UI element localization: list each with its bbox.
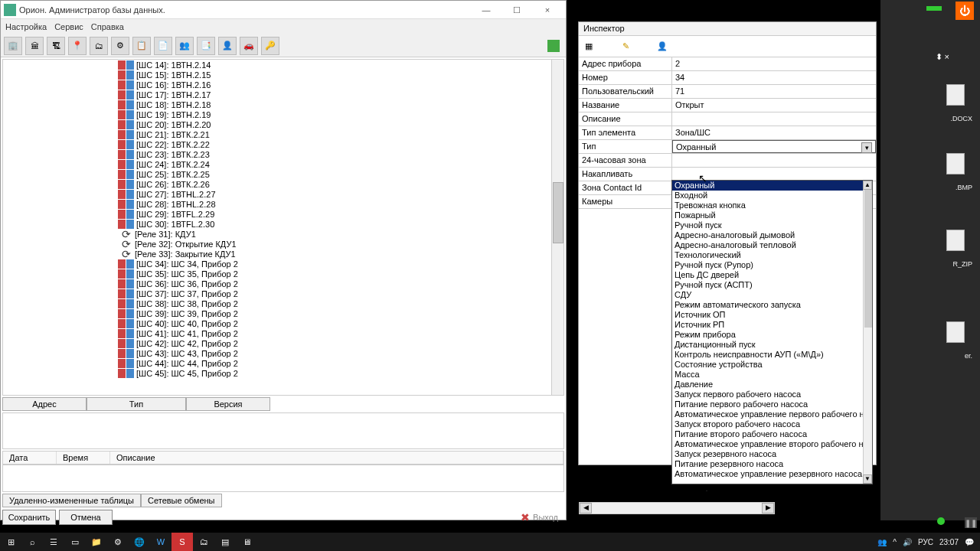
dropdown-option[interactable]: Цепь ДС дверей (672, 270, 872, 280)
task-item[interactable]: W (150, 533, 172, 551)
tree-item[interactable]: [ШС 37]: ШС 37, Прибор 2 (3, 289, 564, 298)
inspector-value[interactable]: 34 (672, 71, 876, 84)
toolbar-button-12[interactable]: 🚗 (240, 37, 258, 55)
tab-modified[interactable]: Удаленно-измененные таблицы (2, 494, 141, 507)
tree-item[interactable]: [ШС 20]: 1ВТН.2.20 (3, 119, 564, 129)
tree-item[interactable]: [ШС 29]: 1ВТFL.2.29 (3, 209, 564, 219)
dropdown-option[interactable]: Запуск первого рабочего насоса (672, 390, 872, 399)
search-icon[interactable]: ⌕ (21, 533, 43, 551)
tree-item[interactable]: [ШС 43]: ШС 43, Прибор 2 (3, 348, 564, 358)
save-button[interactable]: Сохранить (2, 510, 56, 525)
dropdown-option[interactable]: Источник РП (672, 320, 872, 330)
system-tray[interactable]: 👥 ^ 🔊 РУС 23:07 💬 (871, 538, 980, 546)
desktop-file-icon[interactable] (946, 321, 965, 343)
tree-item[interactable]: [ШС 34]: ШС 34, Прибор 2 (3, 259, 564, 269)
dropdown-option[interactable]: Автоматическое управление резервного нас… (672, 469, 872, 479)
inspector-tab-wand-icon[interactable]: ✎ (619, 40, 632, 54)
inspector-value[interactable] (672, 168, 876, 181)
tree-item[interactable]: [ШС 19]: 1ВТН.2.19 (3, 109, 564, 119)
toolbar-button-4[interactable]: 📍 (68, 37, 87, 55)
menu-item[interactable]: Сервис (54, 22, 83, 31)
inspector-row[interactable]: Номер34 (579, 71, 876, 85)
dropdown-option[interactable]: Адресно-аналоговый дымовой (672, 230, 872, 240)
tree-item[interactable]: [ШС 22]: 1ВТК.2.22 (3, 139, 564, 149)
cancel-button[interactable]: Отмена (59, 510, 113, 525)
toolbar-button-1[interactable]: 🏢 (4, 37, 22, 55)
dropdown-option[interactable]: Технологический (672, 250, 872, 260)
toolbar-button-2[interactable]: 🏛 (25, 37, 44, 55)
dropdown-option[interactable]: Масса (672, 370, 872, 380)
desktop-file-icon[interactable] (946, 230, 965, 251)
dropdown-option[interactable]: Дистанционный пуск (672, 340, 872, 350)
tree-item[interactable]: ⟳[Реле 32]: Открытие КДУ1 (3, 239, 564, 249)
tree-item[interactable]: [ШС 21]: 1ВТК.2.21 (3, 129, 564, 139)
inspector-row[interactable]: Пользовательский номер71 (579, 85, 876, 99)
dropdown-option[interactable]: Ручной пуск (672, 220, 872, 230)
tree-item[interactable]: [ШС 14]: 1ВТН.2.14 (3, 60, 564, 70)
inspector-row[interactable]: НазваниеОткрыт (579, 99, 876, 112)
dropdown-scrollbar[interactable]: ▲ ▼ (863, 181, 872, 484)
tree-item[interactable]: [ШС 18]: 1ВТН.2.18 (3, 99, 564, 109)
scroll-right-icon[interactable]: ▶ (762, 503, 774, 514)
tree-item[interactable]: [ШС 36]: ШС 36, Прибор 2 (3, 279, 564, 289)
task-item[interactable]: 🌐 (129, 533, 150, 551)
inspector-value[interactable]: Охранный▾ (672, 140, 876, 153)
tree-item[interactable]: [ШС 15]: 1ВТН.2.15 (3, 70, 564, 80)
dropdown-option[interactable]: Входной (672, 191, 872, 201)
dropdown-option[interactable]: Тревожная кнопка (672, 201, 872, 210)
toolbar-button-11[interactable]: 👤 (218, 37, 237, 55)
inspector-row[interactable]: Описание (579, 112, 876, 126)
tree-item[interactable]: ⟳[Реле 33]: Закрытие КДУ1 (3, 249, 564, 259)
tray-time[interactable]: 23:07 (939, 538, 959, 546)
col-version[interactable]: Версия (186, 397, 270, 411)
type-dropdown-list[interactable]: ОхранныйВходнойТревожная кнопкаПожарныйР… (671, 180, 873, 484)
scroll-left-icon[interactable]: ◀ (580, 503, 592, 514)
dropdown-option[interactable]: Источник ОП (672, 310, 872, 320)
tree-item[interactable]: [ШС 26]: 1ВТК.2.26 (3, 179, 564, 189)
task-item[interactable]: 🗂 (193, 533, 214, 551)
desktop-file-icon[interactable] (946, 153, 965, 174)
tree-item[interactable]: [ШС 40]: ШС 40, Прибор 2 (3, 318, 564, 328)
dropdown-option[interactable]: Запуск резервного насоса (672, 449, 872, 459)
dropdown-option[interactable]: Давление (672, 380, 872, 390)
col-type[interactable]: Тип (87, 397, 186, 411)
tree-item[interactable]: [ШС 27]: 1ВТHL.2.27 (3, 189, 564, 199)
close-button[interactable]: × (532, 2, 563, 18)
inspector-value[interactable] (672, 154, 876, 167)
inspector-row[interactable]: Тип элементаЗона/ШС (579, 126, 876, 140)
dropdown-option[interactable]: Адресно-аналоговый тепловой (672, 240, 872, 250)
inspector-value[interactable]: 2 (672, 57, 876, 70)
tab-network[interactable]: Сетевые обмены (141, 494, 222, 507)
pause-icon[interactable]: ❚❚ (965, 517, 977, 528)
dropdown-option[interactable]: Пожарный (672, 210, 872, 220)
task-item[interactable]: ▤ (214, 533, 236, 551)
toolbar-button-10[interactable]: 📑 (197, 37, 215, 55)
dropdown-option[interactable]: Режим прибора (672, 330, 872, 340)
scroll-thumb[interactable] (553, 182, 564, 243)
task-item[interactable]: 🖥 (236, 533, 257, 551)
inspector-tab-user-icon[interactable]: 👤 (655, 40, 669, 54)
toolbar-button-9[interactable]: 👥 (175, 37, 194, 55)
tray-notification-icon[interactable]: 💬 (965, 538, 974, 546)
col-address[interactable]: Адрес (2, 397, 87, 411)
inspector-row[interactable]: Адрес прибора2 (579, 57, 876, 71)
dropdown-option[interactable]: Автоматическое управление второго рабоче… (672, 439, 872, 449)
dropdown-option[interactable]: СДУ (672, 290, 872, 300)
inspector-row[interactable]: 24-часовая зона (579, 154, 876, 168)
tree-item[interactable]: [ШС 44]: ШС 44, Прибор 2 (3, 358, 564, 368)
inspector-value[interactable]: Зона/ШС (672, 126, 876, 139)
dropdown-arrow-icon[interactable]: ▾ (861, 142, 872, 153)
dropdown-option[interactable]: Охранный (672, 181, 872, 191)
dropdown-option[interactable]: Запуск второго рабочего насоса (672, 419, 872, 429)
tray-people-icon[interactable]: 👥 (877, 538, 887, 546)
dropdown-option[interactable]: Состояние устройства (672, 360, 872, 370)
toolbar-button-13[interactable]: 🔑 (261, 37, 279, 55)
tree-item[interactable]: [ШС 38]: ШС 38, Прибор 2 (3, 298, 564, 308)
dropdown-option[interactable]: Ручной пуск (Рупор) (672, 260, 872, 270)
scroll-thumb[interactable] (864, 190, 872, 328)
tree-item[interactable]: [ШС 28]: 1ВТHL.2.28 (3, 199, 564, 209)
task-item[interactable]: S (172, 533, 193, 551)
task-item[interactable]: ⚙ (107, 533, 129, 551)
tree-item[interactable]: [ШС 41]: ШС 41, Прибор 2 (3, 328, 564, 338)
tree-item[interactable]: [ШС 24]: 1ВТК.2.24 (3, 159, 564, 169)
